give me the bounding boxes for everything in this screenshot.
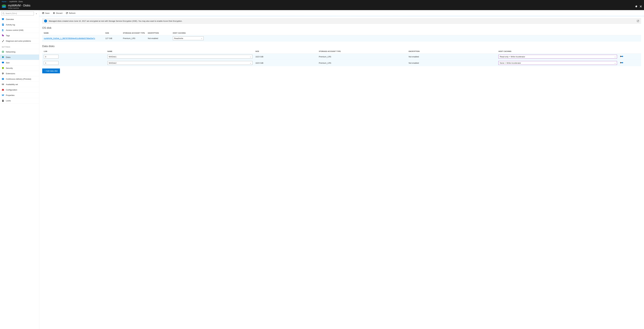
save-icon	[42, 12, 44, 14]
col-storage: STORAGE ACCOUNT TYPE	[122, 31, 146, 35]
tools-icon	[2, 40, 4, 42]
sidebar-item-configuration[interactable]: Configuration	[0, 87, 39, 93]
sidebar-item-access-control[interactable]: Access control (IAM)	[0, 28, 39, 33]
data-disk-name-dropdown[interactable]: WADisk2 ⌄	[108, 61, 252, 65]
chevron-right-icon: ›	[8, 1, 8, 3]
breadcrumb-home[interactable]: Home	[2, 1, 6, 3]
sidebar-item-properties[interactable]: Properties	[0, 93, 39, 98]
svg-point-32	[4, 95, 4, 95]
info-banner: i Managed disks created since June 10, 2…	[42, 18, 641, 24]
svg-rect-8	[2, 25, 4, 25]
search-input[interactable]: Search (Ctrl+/)	[2, 12, 34, 16]
close-icon[interactable]	[640, 5, 642, 8]
os-host-caching-dropdown[interactable]: Read/write ⌄	[173, 36, 204, 40]
search-icon	[2, 13, 4, 15]
col-storage: STORAGE ACCOUNT TYPE	[318, 49, 407, 54]
data-disks-table: LUN NAME SIZE STORAGE ACCOUNT TYPE ENCRY…	[42, 49, 641, 66]
disks-icon	[2, 56, 4, 58]
svg-point-10	[2, 29, 3, 30]
data-disk-sat: Premium_LRS	[318, 60, 407, 66]
sidebar-item-label: Locks	[6, 100, 11, 102]
external-link-icon[interactable]	[637, 20, 639, 22]
svg-rect-7	[2, 24, 4, 24]
info-icon: i	[44, 20, 47, 23]
sidebar-item-availability-set[interactable]: Availability set	[0, 82, 39, 87]
sidebar-item-overview[interactable]: Overview	[0, 17, 39, 22]
os-disk-name-link[interactable]: myWAVM_OsDisk_1_f8678795084e451c8bfdb837…	[44, 37, 95, 40]
toolbox-icon	[2, 89, 4, 91]
page-title: myWAVM - Disks	[8, 4, 30, 7]
sidebar-item-extensions[interactable]: Extensions	[0, 71, 39, 76]
pin-icon[interactable]	[635, 5, 638, 8]
col-host-caching: HOST CACHING	[171, 31, 205, 35]
people-icon	[2, 29, 4, 31]
breadcrumb-current: myWAVM - Disks	[10, 1, 23, 3]
dropdown-value: WADisk1	[109, 56, 116, 58]
refresh-label: Refresh	[69, 12, 76, 14]
command-bar: Save Discard Refresh	[39, 10, 644, 16]
svg-point-12	[2, 35, 3, 35]
nav-list[interactable]: Overview Activity log Access control (IA…	[0, 17, 39, 329]
data-disk-row: 1 WADisk2 ⌄ 1023 GiB Premium_LRS Not ena…	[42, 60, 641, 66]
col-name: NAME	[106, 49, 254, 54]
sidebar-item-tags[interactable]: Tags	[0, 33, 39, 38]
svg-point-30	[2, 95, 2, 95]
sidebar-item-diagnose[interactable]: Diagnose and solve problems	[0, 38, 39, 44]
lock-icon	[2, 99, 4, 102]
discard-button[interactable]: Discard	[53, 12, 62, 14]
data-disks-heading: Data disks	[42, 45, 641, 48]
col-encryption: ENCRYPTION	[146, 31, 171, 35]
collapse-sidebar-icon[interactable]: «	[35, 13, 38, 15]
page-subtitle: Virtual machine	[8, 7, 30, 9]
svg-rect-33	[2, 101, 4, 102]
sidebar-item-security[interactable]: Security	[0, 65, 39, 71]
svg-rect-23	[2, 84, 3, 85]
data-disk-size: 1023 GiB	[254, 54, 318, 60]
chevron-down-icon: ⌄	[614, 62, 616, 64]
sidebar-item-size[interactable]: Size	[0, 60, 39, 65]
os-disk-sat: Premium_LRS	[122, 35, 146, 42]
sidebar-item-label: Overview	[6, 18, 14, 20]
dropdown-value: Read-only + Write Accelerator	[500, 56, 525, 58]
dropdown-value: WADisk2	[109, 62, 116, 64]
data-disk-name-dropdown[interactable]: WADisk1 ⌄	[108, 55, 252, 59]
add-data-disk-button[interactable]: + Add data disk	[42, 69, 60, 73]
svg-line-3	[4, 14, 4, 15]
sidebar-item-label: Activity log	[6, 24, 15, 26]
svg-point-16	[2, 56, 4, 57]
dropdown-value: Read/write	[174, 37, 183, 40]
sidebar-item-continuous-delivery[interactable]: Continuous delivery (Preview)	[0, 76, 39, 82]
sidebar-section-settings: SETTINGS	[0, 44, 39, 49]
sidebar-item-label: Extensions	[6, 73, 15, 75]
box-icon	[2, 78, 4, 80]
save-button[interactable]: Save	[42, 12, 50, 14]
lun-input[interactable]: 0	[44, 55, 58, 59]
lun-input[interactable]: 1	[44, 61, 58, 65]
breadcrumb: Home › myWAVM - Disks	[2, 0, 644, 3]
refresh-button[interactable]: Refresh	[66, 12, 76, 14]
data-host-caching-dropdown[interactable]: None + Write Accelerator ⌄	[498, 61, 617, 65]
write-accelerator-icon[interactable]	[620, 55, 623, 58]
sidebar-item-label: Networking	[6, 51, 16, 53]
sidebar-item-locks[interactable]: Locks	[0, 98, 39, 103]
svg-point-2	[3, 13, 4, 14]
col-size: SIZE	[254, 49, 318, 54]
col-name: NAME	[42, 31, 104, 35]
write-accelerator-icon[interactable]	[620, 62, 623, 64]
monitor-icon	[2, 62, 4, 64]
info-text: Managed disks created since June 10, 201…	[49, 20, 182, 22]
col-size: SIZE	[104, 31, 122, 35]
sidebar-item-disks[interactable]: Disks	[0, 55, 39, 60]
sidebar: Search (Ctrl+/) « Overview Activity log	[0, 10, 39, 329]
sidebar-item-networking[interactable]: Networking	[0, 49, 39, 55]
svg-rect-21	[4, 73, 4, 74]
disks-icon	[2, 5, 6, 8]
shield-icon	[2, 67, 4, 69]
sidebar-item-activity-log[interactable]: Activity log	[0, 22, 39, 28]
sidebar-item-label: Disks	[6, 56, 10, 58]
os-disk-row: myWAVM_OsDisk_1_f8678795084e451c8bfdb837…	[42, 35, 641, 42]
globe-icon	[2, 51, 4, 53]
svg-rect-35	[42, 13, 44, 14]
data-host-caching-dropdown[interactable]: Read-only + Write Accelerator ⌄	[498, 55, 617, 59]
data-disk-sat: Premium_LRS	[318, 54, 407, 60]
